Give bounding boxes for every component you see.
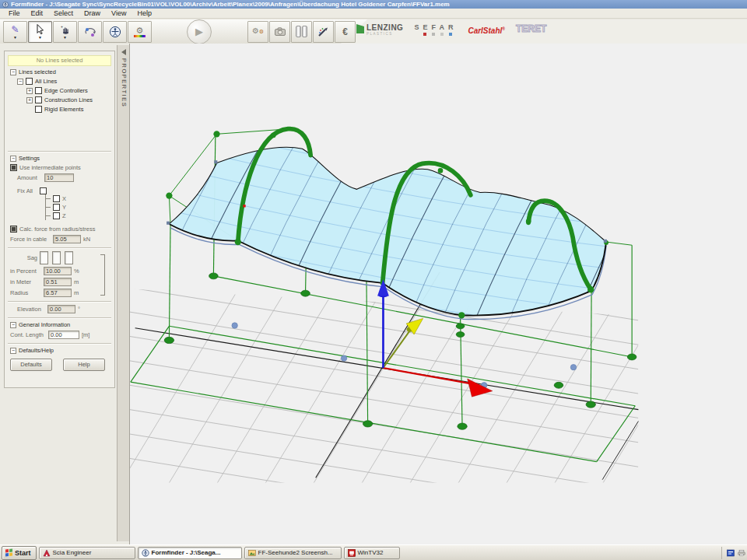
menu-draw[interactable]: Draw <box>79 9 106 17</box>
material-rolls-button[interactable] <box>291 21 312 43</box>
system-tray <box>721 547 745 559</box>
cont-length-field[interactable]: 0.00 <box>48 331 79 339</box>
force-field[interactable]: 5.05 <box>53 235 81 243</box>
render-settings-button[interactable]: ⚙ <box>128 21 152 43</box>
fix-all-checkbox[interactable] <box>40 187 47 194</box>
defaults-help-header[interactable]: − Defaults/Help <box>10 347 114 354</box>
radius-field[interactable]: 6.57 <box>44 289 72 297</box>
menu-edit[interactable]: Edit <box>26 9 49 17</box>
keyboard-layout-tray-icon[interactable] <box>727 549 735 557</box>
dropdown-arrow-icon: ▼ <box>13 36 17 39</box>
euro-icon: € <box>342 27 348 37</box>
fix-z-row[interactable]: Z <box>46 212 114 220</box>
general-information-header[interactable]: − General Information <box>10 321 114 328</box>
settings-header[interactable]: − Settings <box>10 155 114 162</box>
sag-bracket <box>100 254 105 296</box>
tree-item-edge-controllers[interactable]: + Edge Controllers <box>26 87 114 94</box>
tree-item-all-lines[interactable]: − All Lines <box>17 78 114 85</box>
construction-lines-checkbox[interactable] <box>35 96 42 103</box>
defaults-button[interactable]: Defaults <box>10 359 52 371</box>
start-button[interactable]: Start <box>2 546 37 560</box>
add-point-hand-button[interactable]: + ▼ <box>53 21 77 43</box>
gears-icon: ⚙⚙ <box>252 26 264 37</box>
taskbar: Start Scia Engineer Formfinder - J:\Seag… <box>0 544 747 560</box>
all-lines-checkbox[interactable] <box>26 78 33 85</box>
collapse-icon[interactable]: − <box>17 79 23 85</box>
frame-node[interactable] <box>166 192 172 198</box>
fix-z-checkbox[interactable] <box>53 212 60 219</box>
tree-root[interactable]: − Lines selected <box>10 68 114 75</box>
tree-item-construction-lines[interactable]: + Construction Lines <box>26 96 114 103</box>
formfinder-view-button[interactable] <box>103 21 127 43</box>
sefar-logo: SEFAR <box>414 24 457 36</box>
expand-icon[interactable]: + <box>26 88 33 94</box>
cost-estimate-button[interactable]: € <box>335 21 356 43</box>
sag-radius-row: Radius 6.57 m <box>10 289 107 297</box>
formfinder-icon <box>142 549 149 557</box>
menu-select[interactable]: Select <box>48 9 79 17</box>
frame-node[interactable] <box>213 131 219 137</box>
snapshot-camera-button[interactable] <box>269 21 290 43</box>
lenzing-subtitle: PLASTICS <box>366 32 403 36</box>
edge-controllers-checkbox[interactable] <box>35 87 42 94</box>
menu-view[interactable]: View <box>106 9 132 17</box>
menu-file[interactable]: File <box>3 9 26 17</box>
gradient-bar-icon <box>134 35 146 37</box>
draw-pencil-button[interactable]: ✎ ▼ <box>3 21 27 43</box>
partner-outline-logo: TERET <box>516 24 546 33</box>
dropdown-arrow-icon: ▼ <box>38 36 42 39</box>
select-arrow-button[interactable]: ▼ <box>28 21 52 43</box>
sag-meter-field[interactable]: 0.51 <box>44 278 72 286</box>
camera-icon <box>275 27 286 36</box>
calc-force-row[interactable]: Calc. force from radius/stress <box>10 226 114 233</box>
fix-all-row[interactable]: Fix All <box>17 187 114 194</box>
sefar-title: SEFAR <box>414 24 457 31</box>
use-intermediate-points-checkbox[interactable] <box>10 164 17 171</box>
task-ff-seehunde2-screenshot[interactable]: FF-Seehunde2 Screensh... <box>244 547 342 559</box>
main-area: No Lines selected − Lines selected − All… <box>0 44 747 544</box>
brush-icon <box>318 27 329 37</box>
reference-points[interactable] <box>232 323 577 388</box>
fix-x-checkbox[interactable] <box>53 195 60 202</box>
selected-point-marker <box>243 205 245 207</box>
elevation-row: Elevation 0.00 ° <box>17 305 114 313</box>
amount-field[interactable]: 10 <box>44 173 74 182</box>
expand-icon[interactable]: + <box>26 97 33 103</box>
title-bar[interactable]: Formfinder - J:\Seagate Sync\SyncRecycle… <box>0 0 747 9</box>
properties-tab[interactable]: PROPERTIES <box>117 45 129 541</box>
menu-help[interactable]: Help <box>132 9 157 17</box>
rotate-orbit-button[interactable] <box>78 21 102 43</box>
fix-y-checkbox[interactable] <box>53 204 60 211</box>
sag-option-button[interactable] <box>52 251 61 264</box>
task-scia-engineer[interactable]: Scia Engineer <box>39 547 135 559</box>
collapse-icon[interactable]: − <box>10 348 16 354</box>
fix-x-row[interactable]: X <box>46 194 114 203</box>
elevation-field[interactable]: 0.00 <box>47 305 75 313</box>
dropdown-arrow-icon: ▼ <box>63 36 67 39</box>
texture-brush-button[interactable] <box>313 21 334 43</box>
sag-option-button[interactable] <box>40 251 48 264</box>
ground-axis-corner <box>602 422 638 480</box>
carlstahl-logo: CarlStahl® <box>468 24 505 36</box>
viewport-3d[interactable] <box>130 44 747 544</box>
help-button[interactable]: Help <box>63 359 105 371</box>
sag-percent-field[interactable]: 10.00 <box>44 267 72 275</box>
tree-item-rigid-elements[interactable]: Rigid Elements <box>35 106 114 113</box>
use-intermediate-points-row[interactable]: Use intermediate points <box>10 164 114 171</box>
sag-option-button[interactable] <box>65 251 73 264</box>
collapse-panel-arrow-icon <box>121 49 126 55</box>
collapse-icon[interactable]: − <box>10 322 16 328</box>
run-formfinding-button[interactable]: ▶ <box>187 19 212 44</box>
printer-tray-icon[interactable] <box>738 549 745 557</box>
collapse-icon[interactable]: − <box>10 69 16 75</box>
task-formfinder[interactable]: Formfinder - J:\Seaga... <box>138 547 242 559</box>
fix-y-row[interactable]: Y <box>46 203 114 212</box>
gear-icon: ⚙ <box>136 26 144 34</box>
rigid-elements-checkbox[interactable] <box>35 106 42 113</box>
calc-force-checkbox[interactable] <box>10 226 17 233</box>
collapse-icon[interactable]: − <box>10 156 16 162</box>
formfinder-window: Formfinder - J:\Seagate Sync\SyncRecycle… <box>0 0 747 560</box>
play-icon: ▶ <box>195 26 203 37</box>
mechanism-button[interactable]: ⚙⚙ <box>247 21 268 43</box>
task-wintv32[interactable]: WinTV32 <box>344 547 400 559</box>
